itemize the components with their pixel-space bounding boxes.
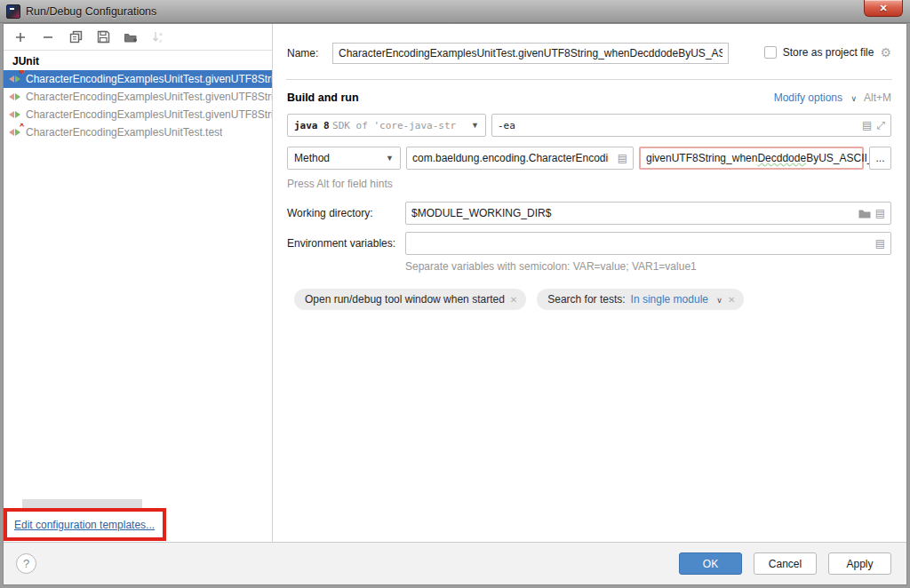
vm-options-field[interactable]: -ea ▤ ⤢ <box>491 114 891 137</box>
ok-button[interactable]: OK <box>679 552 742 575</box>
window-title: Run/Debug Configurations <box>26 5 156 18</box>
intellij-app-icon <box>6 4 20 19</box>
macros-icon[interactable]: ▤ <box>618 153 627 163</box>
duplicate-icon[interactable] <box>68 30 83 44</box>
search-scope-dropdown[interactable]: In single module ∨ <box>631 293 722 306</box>
save-icon[interactable] <box>96 30 110 44</box>
dialog-footer: ? OK Cancel Apply <box>4 542 906 584</box>
tree-item-label: CharacterEncodingExamplesUnitTest.givenU… <box>26 91 272 103</box>
junit-test-icon <box>8 109 21 120</box>
gear-icon[interactable]: ⚙ <box>880 45 891 60</box>
working-directory-label: Working directory: <box>287 207 372 219</box>
configuration-form: Name: Store as project file ⚙ Build and … <box>274 24 906 542</box>
name-field[interactable] <box>332 43 729 64</box>
expand-icon[interactable]: ⤢ <box>876 120 885 131</box>
store-as-project-file-label: Store as project file <box>783 46 874 59</box>
tree-item-label: CharacterEncodingExamplesUnitTest.test <box>26 126 222 139</box>
store-as-project-file-checkbox[interactable] <box>764 46 777 59</box>
working-directory-field[interactable]: $MODULE_WORKING_DIR$ ▤ <box>405 202 891 225</box>
configurations-panel: az JUnit ✱ CharacterEncodingExamplesUnit… <box>4 24 273 542</box>
section-separator <box>286 79 892 80</box>
open-tool-window-chip[interactable]: Open run/debug tool window when started … <box>294 289 526 310</box>
browse-methods-button[interactable]: ... <box>869 147 891 170</box>
folder-icon[interactable] <box>858 209 871 219</box>
tree-group-junit: JUnit <box>4 51 272 70</box>
chevron-down-icon: ∨ <box>850 94 857 103</box>
dialog-body: az JUnit ✱ CharacterEncodingExamplesUnit… <box>3 23 907 585</box>
macros-icon[interactable]: ▤ <box>875 208 885 219</box>
build-and-run-title: Build and run <box>287 91 359 104</box>
modify-options-group: Modify options ∨ Alt+M <box>774 91 891 104</box>
name-label: Name: <box>287 47 318 60</box>
invalid-mark-icon: ✱ <box>19 70 25 75</box>
annotation-highlight-box: Edit configuration templates... <box>4 508 166 541</box>
help-button[interactable]: ? <box>16 553 36 574</box>
add-icon[interactable] <box>13 30 28 44</box>
test-kind-row: Method ▼ com.baeldung.encoding.Character… <box>287 147 891 170</box>
jre-combobox[interactable]: java 8 SDK of 'core-java-str ▼ <box>287 114 486 137</box>
tree-item-config-1[interactable]: ✱ CharacterEncodingExamplesUnitTest.give… <box>4 70 272 88</box>
option-chips-row: Open run/debug tool window when started … <box>294 289 744 310</box>
invalid-mark-icon: ✕ <box>19 123 25 129</box>
field-hints-text: Press Alt for field hints <box>287 178 393 190</box>
remove-icon[interactable] <box>41 30 55 44</box>
close-button[interactable]: ✕ <box>864 0 903 17</box>
tree-item-config-3[interactable]: CharacterEncodingExamplesUnitTest.givenU… <box>4 106 272 123</box>
chevron-down-icon: ▼ <box>386 154 394 163</box>
junit-test-icon: ✕ <box>8 127 21 138</box>
tree-item-config-4[interactable]: ✕ CharacterEncodingExamplesUnitTest.test <box>4 123 272 141</box>
browse-env-icon[interactable]: ▤ <box>875 238 885 249</box>
title-bar: Run/Debug Configurations ✕ <box>0 0 910 23</box>
macros-icon[interactable]: ▤ <box>862 120 872 131</box>
environment-variables-field[interactable]: ▤ <box>405 232 891 255</box>
environment-variables-hint: Separate variables with semicolon: VAR=v… <box>405 260 697 273</box>
store-as-project-file-group: Store as project file ⚙ <box>764 45 891 60</box>
cancel-button[interactable]: Cancel <box>754 552 817 575</box>
apply-button[interactable]: Apply <box>828 552 891 575</box>
modify-options-link[interactable]: Modify options ∨ <box>774 91 857 104</box>
remove-chip-icon[interactable]: ✕ <box>728 295 735 305</box>
junit-test-icon <box>8 91 21 102</box>
environment-variables-label: Environment variables: <box>287 237 395 250</box>
svg-text:a: a <box>159 31 163 36</box>
run-debug-configurations-window: Run/Debug Configurations ✕ <box>0 0 910 588</box>
method-field[interactable]: givenUTF8String_whenDecddodeByUS_ASCII_t… <box>639 147 864 170</box>
edit-configuration-templates-link[interactable]: Edit configuration templates... <box>14 519 155 531</box>
chevron-down-icon: ∨ <box>716 296 722 305</box>
sort-alphabetically-icon[interactable]: az <box>151 30 165 44</box>
test-kind-combobox[interactable]: Method ▼ <box>287 147 401 170</box>
modify-options-shortcut: Alt+M <box>864 91 891 104</box>
chevron-down-icon: ▼ <box>471 121 479 130</box>
tree-item-label: CharacterEncodingExamplesUnitTest.givenU… <box>26 108 272 121</box>
new-folder-icon[interactable] <box>124 30 138 44</box>
configurations-toolbar: az <box>4 24 272 51</box>
jre-row: java 8 SDK of 'core-java-str ▼ -ea ▤ ⤢ <box>287 114 891 137</box>
tree-item-config-2[interactable]: CharacterEncodingExamplesUnitTest.givenU… <box>4 88 272 106</box>
search-for-tests-chip[interactable]: Search for tests: In single module ∨ ✕ <box>537 289 744 310</box>
class-field[interactable]: com.baeldung.encoding.CharacterEncoding … <box>406 147 634 170</box>
junit-test-icon: ✱ <box>8 74 21 84</box>
remove-chip-icon[interactable]: ✕ <box>510 295 517 305</box>
name-input[interactable] <box>339 47 722 60</box>
typo-highlight: Decddode <box>757 152 806 164</box>
svg-text:z: z <box>159 38 162 44</box>
tree-item-label: CharacterEncodingExamplesUnitTest.givenU… <box>26 73 272 85</box>
